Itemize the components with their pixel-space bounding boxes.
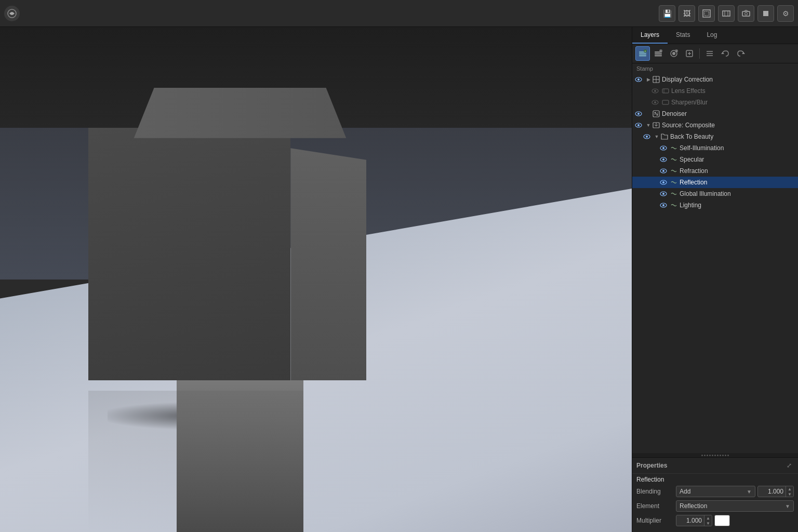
prop-multiplier-up[interactable]: ▲ bbox=[704, 515, 712, 521]
layer-vis-specular[interactable] bbox=[659, 155, 668, 164]
layer-vis-lens-effects[interactable] bbox=[651, 87, 659, 95]
prop-blending-label: Blending bbox=[636, 488, 673, 495]
viewport[interactable] bbox=[0, 27, 632, 532]
layer-denoiser[interactable]: Denoiser bbox=[632, 108, 798, 119]
layer-display-correction[interactable]: ▶ Display Correction bbox=[632, 74, 798, 85]
tab-layers[interactable]: Layers bbox=[632, 27, 668, 44]
svg-point-62 bbox=[662, 181, 664, 183]
layer-sharpen-blur[interactable]: Sharpen/Blur bbox=[632, 97, 798, 108]
layer-expand-denoiser[interactable] bbox=[645, 110, 652, 117]
prop-multiplier-color-swatch[interactable] bbox=[714, 515, 730, 526]
tab-log[interactable]: Log bbox=[698, 27, 725, 44]
camera-button[interactable] bbox=[738, 5, 754, 22]
toolbar-icons: 💾 🖼 ⚙ bbox=[659, 5, 794, 22]
prop-multiplier-down[interactable]: ▼ bbox=[704, 521, 712, 526]
logo-icon bbox=[4, 6, 20, 21]
layer-global-illumination[interactable]: Global Illumination bbox=[632, 188, 798, 200]
layer-reflection[interactable]: Reflection bbox=[632, 177, 798, 188]
add-correction-button[interactable]: + bbox=[651, 46, 666, 61]
svg-point-20 bbox=[672, 52, 675, 55]
layer-back-to-beauty[interactable]: ▼ Back To Beauty bbox=[632, 131, 798, 142]
layer-expand-display-correction[interactable]: ▶ bbox=[645, 76, 652, 83]
layer-vis-back-to-beauty[interactable] bbox=[643, 132, 651, 141]
prop-section-title: Reflection bbox=[632, 474, 798, 484]
redo-button[interactable] bbox=[734, 46, 748, 61]
layer-vis-denoiser[interactable] bbox=[634, 110, 643, 118]
layer-vis-self-illumination[interactable] bbox=[659, 144, 668, 152]
layer-lighting[interactable]: Lighting bbox=[632, 200, 798, 211]
layer-name-global-illumination: Global Illumination bbox=[680, 190, 796, 197]
top-toolbar: 💾 🖼 ⚙ bbox=[0, 0, 798, 27]
layer-vis-source-composite[interactable] bbox=[634, 121, 643, 129]
svg-text:+: + bbox=[645, 49, 646, 52]
layer-icon-element-gi bbox=[670, 190, 678, 198]
tab-stats[interactable]: Stats bbox=[668, 27, 698, 44]
panel-toolbar: + + + bbox=[632, 44, 798, 63]
prop-blending-up[interactable]: ▲ bbox=[786, 486, 793, 491]
prop-blending-value[interactable]: 1.000 ▲ ▼ bbox=[757, 486, 794, 497]
save-color-button[interactable]: 🖼 bbox=[679, 5, 695, 22]
svg-text:+: + bbox=[676, 49, 677, 52]
properties-expand-button[interactable]: ⤢ bbox=[784, 461, 794, 470]
prop-row-blending: Blending Add ▼ 1.000 ▲ ▼ bbox=[632, 484, 798, 499]
layer-expand-btb[interactable]: ▼ bbox=[653, 133, 660, 140]
layer-vis-reflection[interactable] bbox=[659, 178, 668, 187]
svg-rect-11 bbox=[639, 55, 646, 57]
layer-self-illumination[interactable]: Self-Illumination bbox=[632, 142, 798, 154]
layer-icon-folder bbox=[660, 132, 669, 141]
layer-vis-lighting[interactable] bbox=[659, 201, 668, 209]
prop-blending-mode-dropdown[interactable]: Add ▼ bbox=[676, 486, 755, 497]
svg-rect-16 bbox=[655, 55, 662, 57]
layer-vis-display-correction[interactable] bbox=[634, 75, 643, 84]
svg-point-7 bbox=[745, 12, 748, 15]
layer-icon-element-specular bbox=[670, 155, 678, 164]
add-beauty-button[interactable]: + bbox=[667, 46, 681, 61]
add-layer-button[interactable]: + bbox=[635, 46, 650, 61]
svg-point-47 bbox=[657, 114, 658, 116]
right-panel: Layers Stats Log + bbox=[632, 27, 798, 532]
layer-icon-display-correction bbox=[652, 75, 660, 84]
prop-element-arrow: ▼ bbox=[785, 503, 790, 509]
layer-vis-refraction[interactable] bbox=[659, 167, 668, 175]
layer-source-composite[interactable]: ▼ Source: Composite bbox=[632, 119, 798, 131]
prop-multiplier-arrows: ▲ ▼ bbox=[704, 515, 712, 526]
prop-blending-mode-arrow: ▼ bbox=[747, 489, 752, 495]
prop-blending-down[interactable]: ▼ bbox=[786, 491, 793, 497]
frame-button[interactable] bbox=[718, 5, 735, 22]
svg-point-58 bbox=[662, 158, 664, 161]
viewport-canvas bbox=[0, 27, 632, 532]
layer-lens-effects[interactable]: Lens Effects bbox=[632, 85, 798, 97]
svg-marker-29 bbox=[721, 52, 724, 54]
undo-button[interactable] bbox=[718, 46, 733, 61]
layer-vis-sharpen-blur[interactable] bbox=[651, 98, 659, 107]
panel-tabs: Layers Stats Log bbox=[632, 27, 798, 44]
render-stop-button[interactable] bbox=[757, 5, 774, 22]
svg-rect-15 bbox=[655, 54, 662, 55]
settings-button[interactable]: ⚙ bbox=[777, 5, 794, 22]
layer-name-reflection: Reflection bbox=[680, 179, 796, 186]
layer-expand-source[interactable]: ▼ bbox=[645, 122, 652, 129]
prop-element-dropdown[interactable]: Reflection ▼ bbox=[676, 500, 794, 512]
svg-rect-38 bbox=[662, 89, 669, 93]
prop-multiplier-control: 1.000 ▲ ▼ bbox=[676, 515, 794, 526]
prop-element-label: Element bbox=[636, 502, 673, 510]
layer-icon-element-refraction bbox=[670, 167, 678, 175]
layer-icon-element-self-illum bbox=[670, 144, 678, 152]
layer-tree: ▶ Display Correction Lens Effects bbox=[632, 74, 798, 453]
layer-icon-lens bbox=[661, 87, 670, 95]
list-view-button[interactable] bbox=[702, 46, 717, 61]
prop-element-value: Reflection bbox=[680, 502, 707, 510]
layer-specular[interactable]: Specular bbox=[632, 154, 798, 165]
svg-point-46 bbox=[655, 112, 656, 114]
prop-row-multiplier: Multiplier 1.000 ▲ ▼ bbox=[632, 513, 798, 528]
layer-refraction[interactable]: Refraction bbox=[632, 165, 798, 177]
main-layout: Layers Stats Log + bbox=[0, 27, 798, 532]
prop-multiplier-input[interactable]: 1.000 ▲ ▼ bbox=[676, 515, 712, 526]
resize-handle[interactable] bbox=[632, 453, 798, 457]
properties-header: Properties ⤢ bbox=[632, 458, 798, 474]
add-element-button[interactable] bbox=[682, 46, 697, 61]
svg-point-32 bbox=[637, 78, 640, 81]
layer-vis-global-illumination[interactable] bbox=[659, 190, 668, 198]
save-button[interactable]: 💾 bbox=[659, 5, 675, 22]
region-button[interactable] bbox=[698, 5, 715, 22]
